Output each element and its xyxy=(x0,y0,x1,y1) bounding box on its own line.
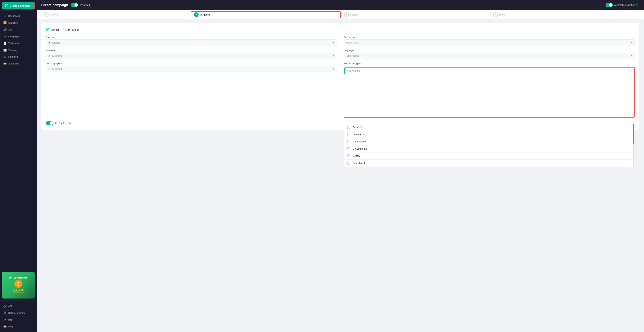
page-title: Create campaign xyxy=(41,3,68,7)
device-type-select[interactable]: Device type ▼ xyxy=(344,40,635,46)
advanced-toggle-group: Advanced xyxy=(71,3,90,7)
ip2-option-label: Military xyxy=(353,155,360,157)
radio-ip-ranges[interactable]: IP Ranges xyxy=(63,28,79,31)
step-label-sources: Sources xyxy=(350,13,359,16)
languages-label: Languages xyxy=(344,49,635,52)
targeting-form-grid: Countries All selected ▼ Device type Dev… xyxy=(46,36,635,118)
radio-manual-circle xyxy=(46,28,49,31)
browsers-chevron-icon: ▼ xyxy=(332,55,334,57)
os-select[interactable]: All by default ▼ xyxy=(46,66,337,72)
sidebar-item-rtb[interactable]: ⟳ RTB xyxy=(0,316,37,323)
sidebar-item-ads[interactable]: 🔊 Ads xyxy=(0,26,37,33)
ip2-option-military[interactable]: Military xyxy=(344,152,634,160)
ip2-option-select-all[interactable]: Select all xyxy=(344,124,634,131)
sidebar-item-label: Finances xyxy=(8,56,18,58)
ipv6-toggle[interactable] xyxy=(46,121,53,125)
targeting-mode-group: Manual IP Ranges xyxy=(46,28,635,31)
device-type-group: Device type Device type ▼ xyxy=(344,36,635,46)
main-area: Create campaign Advanced Automatic activ… xyxy=(37,0,644,332)
ip2-checkbox-select-all[interactable] xyxy=(347,126,350,129)
device-type-chevron-icon: ▼ xyxy=(630,42,632,44)
create-campaign-label: Create campaign xyxy=(10,4,30,7)
browsers-label: Browsers xyxy=(46,49,337,52)
btc-icon: ₿ xyxy=(14,280,22,288)
countries-chevron-icon: ▼ xyxy=(332,42,334,44)
step-label-targeting: Targeting xyxy=(200,13,210,16)
device-type-placeholder: Device type xyxy=(346,41,358,44)
browsers-select[interactable]: All by default ▼ xyxy=(46,53,337,59)
ad-banner-content: TOP UP WITH BTC ₿ GET UP TO3% BONUS xyxy=(9,277,28,293)
device-type-label: Device type xyxy=(344,36,635,39)
sidebar-item-traffic-chart[interactable]: 📄 Traffic chart xyxy=(0,40,37,47)
api-icon: 🔗 xyxy=(3,304,7,308)
plus-icon: + xyxy=(5,4,8,7)
ip2-option-label: Select all xyxy=(353,126,362,129)
ip2-option-commercial[interactable]: Commercial xyxy=(344,131,634,138)
os-group: Operating systems All by default ▼ xyxy=(46,62,337,118)
sidebar-item-tracking[interactable]: 📈 Tracking xyxy=(0,47,37,54)
ip2-checkbox-educational[interactable] xyxy=(347,162,350,165)
ad-banner[interactable]: TOP UP WITH BTC ₿ GET UP TO3% BONUS xyxy=(2,272,35,298)
ip2-checkbox-commercial[interactable] xyxy=(347,133,350,136)
ipv6-label: IPv6 traffic: On xyxy=(55,122,70,124)
ip2-option-educational[interactable]: Educational xyxy=(344,160,634,167)
sidebar-item-api[interactable]: 🔗 API xyxy=(0,303,37,309)
referral-icon: 👤 xyxy=(3,311,7,314)
step-num-targeting: 2 xyxy=(194,12,199,17)
sidebar-item-label: Dashboard xyxy=(8,15,20,17)
sidebar-item-label: RTB xyxy=(8,318,13,321)
ad-banner-bonus-text: GET UP TO3% BONUS xyxy=(9,289,28,293)
sidebar-item-label: Blog xyxy=(8,325,13,328)
statistics-icon: 📶 xyxy=(3,21,7,24)
campaigns-icon: ✦ xyxy=(3,35,7,38)
browsers-group: Browsers All by default ▼ xyxy=(46,49,337,59)
step-limits[interactable]: 4 Limits xyxy=(490,12,639,17)
ip2-label: IP2 location types xyxy=(344,62,635,65)
sidebar-item-referral[interactable]: 👤 Referral program xyxy=(0,309,37,316)
ip2-option-label: Commercial xyxy=(353,133,365,136)
ip2-scrollbar-thumb xyxy=(633,124,634,144)
header-right: Automatic activation i xyxy=(606,3,639,7)
os-placeholder: All by default xyxy=(48,68,62,70)
create-campaign-button[interactable]: + Create campaign xyxy=(2,2,35,9)
sidebar-item-statistics[interactable]: 📶 Statistics xyxy=(0,19,37,26)
languages-select[interactable]: All by default ▼ xyxy=(344,53,635,59)
advanced-toggle[interactable] xyxy=(71,3,78,7)
step-targeting[interactable]: 2 Targeting xyxy=(191,11,340,18)
ip2-scrollbar[interactable] xyxy=(633,124,634,167)
sidebar-item-label: Tracking xyxy=(8,49,17,52)
traffic-chart-icon: 📄 xyxy=(3,42,7,45)
sidebar-item-finances[interactable]: $ Finances xyxy=(0,54,37,60)
ip2-option-governmental[interactable]: Governmental xyxy=(344,145,634,152)
radio-manual[interactable]: Manual xyxy=(46,28,59,31)
sidebar-item-dashboard[interactable]: ○ Dashboard xyxy=(0,13,37,19)
sidebar-nav: ○ Dashboard 📶 Statistics 🔊 Ads ✦ Campaig… xyxy=(0,11,37,270)
finances-icon: $ xyxy=(3,55,7,58)
auto-activation-toggle[interactable] xyxy=(606,3,613,7)
ip2-checkbox-organization[interactable] xyxy=(347,140,350,143)
sidebar-bottom: 🔗 API 👤 Referral program ⟳ RTB 📖 Blog xyxy=(0,300,37,332)
step-num-limits: 4 xyxy=(493,12,498,17)
os-chevron-icon: ▼ xyxy=(332,68,334,70)
radio-manual-label: Manual xyxy=(50,28,59,31)
step-label-limits: Limits xyxy=(499,13,505,16)
ip2-checkbox-governmental[interactable] xyxy=(347,147,350,150)
step-sources[interactable]: 3 Sources xyxy=(342,12,490,17)
sidebar-item-blog[interactable]: 📖 Blog xyxy=(0,323,37,330)
ip2-dropdown: Select all Commercial Organization xyxy=(344,124,634,167)
languages-placeholder: All by default xyxy=(346,55,360,57)
sidebar-item-add-funds[interactable]: 💳 Add funds xyxy=(0,60,37,67)
step-general[interactable]: 1 General xyxy=(41,12,190,17)
step-num-general: 1 xyxy=(44,12,48,17)
rtb-icon: ⟳ xyxy=(3,318,7,321)
sidebar-item-label: Campaigns xyxy=(8,35,20,38)
ip2-select[interactable]: All by default ▲ xyxy=(344,68,634,74)
countries-select[interactable]: All selected ▼ xyxy=(46,40,337,46)
ads-icon: 🔊 xyxy=(3,28,7,31)
info-icon[interactable]: i xyxy=(636,4,639,7)
sidebar-item-campaigns[interactable]: ✦ Campaigns xyxy=(0,33,37,40)
ip2-option-organization[interactable]: Organization xyxy=(344,138,634,145)
ip2-option-label: Organization xyxy=(353,140,366,143)
languages-group: Languages All by default ▼ xyxy=(344,49,635,59)
ip2-checkbox-military[interactable] xyxy=(347,154,350,157)
